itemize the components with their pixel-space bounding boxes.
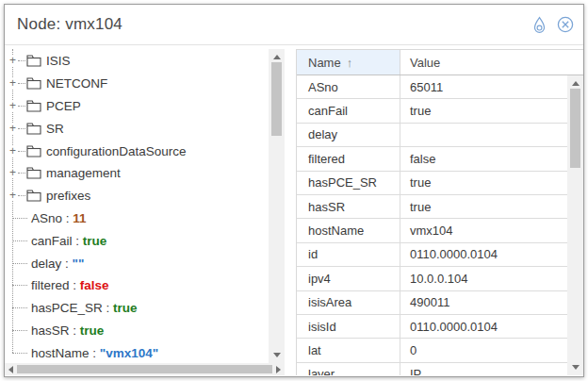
expand-plus-icon[interactable]: + xyxy=(8,146,18,157)
property-value: 11 xyxy=(73,211,86,225)
pane-divider xyxy=(285,49,296,375)
tree-connector xyxy=(18,60,25,61)
tree-leaf-hasPCE_SR[interactable]: hasPCE_SR : true xyxy=(5,297,269,320)
cell-value: vmx104 xyxy=(400,219,567,241)
property-key: delay xyxy=(31,257,61,271)
table-row[interactable]: hasSRtrue xyxy=(297,195,567,219)
droplet-icon[interactable] xyxy=(532,16,547,34)
property-value: "" xyxy=(73,257,85,271)
tree-horizontal-scrollbar[interactable] xyxy=(5,363,285,375)
close-icon[interactable] xyxy=(557,16,574,33)
dialog-titlebar: Node: vmx104 xyxy=(5,5,583,45)
tree-connector xyxy=(18,128,25,129)
tree-connector xyxy=(12,240,27,241)
property-value: true xyxy=(113,301,138,315)
tree-leaf-filtered[interactable]: filtered : false xyxy=(5,274,269,297)
cell-value: 0110.0000.0104 xyxy=(400,243,567,266)
property-key: hasSR xyxy=(31,323,70,338)
table-row[interactable]: layerIP xyxy=(297,363,567,375)
tree-vertical-scrollbar[interactable] xyxy=(269,49,285,363)
expand-plus-icon[interactable]: + xyxy=(8,56,18,66)
cell-name: filtered xyxy=(297,147,400,170)
tree-node-prefixes[interactable]: +prefixes xyxy=(5,185,269,207)
tree-node-label: NETCONF xyxy=(46,76,107,91)
tree-leaf-ASno[interactable]: ASno : 11 xyxy=(5,207,269,230)
column-header-name[interactable]: Name ↑ xyxy=(297,50,400,75)
cell-value: 0110.0000.0104 xyxy=(400,315,567,338)
dialog-body: +ISIS+NETCONF+PCEP+SR+configurationDataS… xyxy=(5,45,583,375)
folder-icon xyxy=(26,145,41,157)
cell-value: 490011 xyxy=(400,291,567,314)
table-row[interactable]: lat0 xyxy=(297,339,567,362)
scrollbar-thumb[interactable] xyxy=(271,62,282,136)
cell-name: ASno xyxy=(297,75,400,98)
scrollbar-thumb[interactable] xyxy=(17,365,272,373)
scrollbar-thumb[interactable] xyxy=(570,89,580,168)
folder-icon xyxy=(26,167,41,179)
tree-leaf-hostName[interactable]: hostName : "vmx104" xyxy=(5,341,269,363)
cell-value: true xyxy=(400,195,567,218)
tree-node-label: ISIS xyxy=(46,54,71,68)
cell-name: hostName xyxy=(297,219,400,241)
property-key: hostName xyxy=(31,346,90,360)
cell-name: hasSR xyxy=(297,195,400,218)
cell-name: ipv4 xyxy=(297,267,400,290)
folder-icon xyxy=(26,123,41,135)
sort-ascending-icon: ↑ xyxy=(347,56,353,70)
table-row[interactable]: canFailtrue xyxy=(297,99,567,123)
tree-leaf-canFail[interactable]: canFail : true xyxy=(5,229,269,252)
tree-leaf-delay[interactable]: delay : "" xyxy=(5,252,269,274)
tree-node-label: SR xyxy=(46,122,64,136)
property-key: ASno xyxy=(31,211,62,225)
tree-node-NETCONF[interactable]: +NETCONF xyxy=(5,73,269,95)
expand-plus-icon[interactable]: + xyxy=(8,190,18,201)
scroll-right-icon[interactable] xyxy=(276,366,281,373)
expand-plus-icon[interactable]: + xyxy=(8,124,18,134)
scroll-left-icon[interactable] xyxy=(8,366,13,373)
table-row[interactable]: ASno65011 xyxy=(297,75,567,99)
tree-node-label: PCEP xyxy=(46,99,81,113)
tree-node-ISIS[interactable]: +ISIS xyxy=(5,50,269,73)
table-header: Name ↑ Value xyxy=(297,50,583,75)
table-row[interactable]: hasPCE_SRtrue xyxy=(297,172,567,195)
table-row[interactable]: delay xyxy=(297,124,567,147)
tree-pane: +ISIS+NETCONF+PCEP+SR+configurationDataS… xyxy=(5,49,285,375)
scroll-up-icon[interactable] xyxy=(572,81,580,86)
node-details-dialog: Node: vmx104 +ISIS xyxy=(4,4,584,377)
tree-connector xyxy=(18,151,25,152)
property-key: filtered xyxy=(31,278,70,292)
cell-value: 10.0.0.104 xyxy=(400,267,567,290)
tree-node-PCEP[interactable]: +PCEP xyxy=(5,95,269,118)
tree-connector xyxy=(12,307,27,308)
tree: +ISIS+NETCONF+PCEP+SR+configurationDataS… xyxy=(5,49,269,363)
table-row[interactable]: filteredfalse xyxy=(297,147,567,171)
tree-connector xyxy=(12,285,27,286)
column-header-value[interactable]: Value xyxy=(400,50,583,75)
table-row[interactable]: hostNamevmx104 xyxy=(297,219,567,242)
tree-connector xyxy=(18,83,25,84)
scroll-up-icon[interactable] xyxy=(273,55,281,59)
scroll-down-icon[interactable] xyxy=(572,365,580,370)
tree-node-management[interactable]: +management xyxy=(5,162,269,185)
tree-node-configurationDataSource[interactable]: +configurationDataSource xyxy=(5,140,269,162)
cell-value: 65011 xyxy=(400,75,567,98)
table-row[interactable]: isisId0110.0000.0104 xyxy=(297,315,567,339)
cell-name: layer xyxy=(297,363,400,375)
tree-connector xyxy=(18,173,25,174)
tree-node-SR[interactable]: +SR xyxy=(5,117,269,140)
properties-table: Name ↑ Value ASno65011canFailtruedelayfi… xyxy=(296,49,583,375)
table-row[interactable]: ipv410.0.0.104 xyxy=(297,267,567,290)
property-key: hasPCE_SR xyxy=(31,301,103,315)
expand-plus-icon[interactable]: + xyxy=(8,78,18,89)
cell-name: isisId xyxy=(297,315,400,338)
tree-node-label: prefixes xyxy=(46,189,90,203)
scroll-down-icon[interactable] xyxy=(273,353,281,357)
tree-leaf-hasSR[interactable]: hasSR : true xyxy=(5,320,269,342)
property-value: true xyxy=(80,323,105,338)
table-vertical-scrollbar[interactable] xyxy=(567,75,583,375)
tree-connector xyxy=(18,106,25,107)
expand-plus-icon[interactable]: + xyxy=(8,101,18,111)
expand-plus-icon[interactable]: + xyxy=(8,168,18,178)
table-row[interactable]: isisArea490011 xyxy=(297,291,567,315)
table-row[interactable]: id0110.0000.0104 xyxy=(297,243,567,267)
